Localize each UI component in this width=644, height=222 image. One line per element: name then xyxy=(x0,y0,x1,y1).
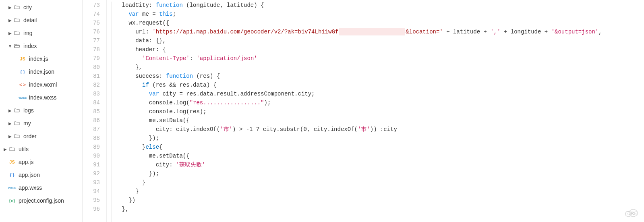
folder-img[interactable]: ▶ img xyxy=(0,27,82,39)
file-label: index.json xyxy=(29,68,54,75)
code-line[interactable]: }, xyxy=(108,63,644,72)
code-line[interactable]: 'Content-Type': 'application/json' xyxy=(108,54,644,63)
folder-detail[interactable]: ▶ detail xyxy=(0,14,82,27)
line-number: 81 xyxy=(83,72,100,81)
line-number: 75 xyxy=(83,19,100,27)
line-number: 74 xyxy=(83,10,100,19)
file-label: index.wxss xyxy=(29,94,56,101)
line-gutter: 7374757677787980818283848586878889909192… xyxy=(83,0,107,222)
line-number: 87 xyxy=(83,125,100,134)
file-index-js[interactable]: JS index.js xyxy=(0,52,82,65)
folder-label: logs xyxy=(23,107,34,114)
caret-right-icon: ▶ xyxy=(7,5,13,10)
code-line[interactable]: }); xyxy=(108,169,644,178)
code-line[interactable]: }); xyxy=(108,134,644,143)
code-line[interactable]: data: {}, xyxy=(108,36,644,45)
file-label: index.js xyxy=(29,56,48,62)
line-number: 88 xyxy=(83,134,100,143)
folder-label: my xyxy=(23,120,31,127)
line-number: 77 xyxy=(83,36,100,45)
folder-icon xyxy=(13,132,21,140)
code-line[interactable]: console.log(res); xyxy=(108,107,644,116)
file-app-json[interactable]: { } app.json xyxy=(0,168,82,181)
line-number: 86 xyxy=(83,116,100,125)
folder-my[interactable]: ▶ my xyxy=(0,117,82,130)
file-index-json[interactable]: { } index.json xyxy=(0,65,82,78)
code-line[interactable]: wx.request({ xyxy=(108,19,644,27)
code-line[interactable]: me.setData({ xyxy=(108,151,644,160)
file-index-wxss[interactable]: wxss index.wxss xyxy=(0,91,82,104)
folder-city[interactable]: ▶ city xyxy=(0,1,82,14)
line-number: 79 xyxy=(83,54,100,63)
folder-utils[interactable]: ▶ utils xyxy=(0,143,82,156)
code-line[interactable]: }else{ xyxy=(108,143,644,151)
caret-right-icon: ▶ xyxy=(7,31,13,35)
code-editor[interactable]: loadCity: function (longitude, latitude)… xyxy=(107,0,644,222)
file-project-config[interactable]: {o} project.config.json xyxy=(0,194,82,207)
code-line[interactable]: console.log("res................."); xyxy=(108,98,644,107)
js-icon: JS xyxy=(19,55,27,63)
file-label: app.js xyxy=(19,159,33,165)
json-icon: { } xyxy=(8,171,16,179)
folder-icon xyxy=(13,119,21,127)
folder-index[interactable]: ▼ index xyxy=(0,39,82,52)
file-label: app.wxss xyxy=(19,185,42,191)
code-line[interactable]: } xyxy=(108,178,644,187)
code-line[interactable]: header: { xyxy=(108,45,644,54)
line-number: 73 xyxy=(83,1,100,10)
code-line[interactable]: city: city.indexOf('市') > -1 ? city.subs… xyxy=(108,125,644,134)
line-number: 95 xyxy=(83,196,100,205)
line-number: 80 xyxy=(83,63,100,72)
line-number: 78 xyxy=(83,45,100,54)
wxml-icon: < > xyxy=(19,81,27,89)
line-number: 76 xyxy=(83,27,100,36)
line-number: 92 xyxy=(83,169,100,178)
redacted-text xyxy=(339,28,405,35)
caret-right-icon: ▶ xyxy=(7,18,13,23)
code-line[interactable]: me.setData({ xyxy=(108,116,644,125)
code-line[interactable]: success: function (res) { xyxy=(108,72,644,81)
code-line[interactable]: }) xyxy=(108,196,644,205)
file-app-js[interactable]: JS app.js xyxy=(0,156,82,168)
folder-order[interactable]: ▶ order xyxy=(0,130,82,143)
caret-right-icon: ▶ xyxy=(7,134,13,139)
folder-icon xyxy=(13,29,21,37)
code-line[interactable]: var me = this; xyxy=(108,10,644,19)
folder-label: order xyxy=(23,133,37,139)
file-index-wxml[interactable]: < > index.wxml xyxy=(0,78,82,91)
caret-right-icon: ▶ xyxy=(7,121,13,126)
folder-label: detail xyxy=(23,17,37,23)
code-line[interactable]: var city = res.data.result.addressCompon… xyxy=(108,89,644,98)
code-line[interactable]: city: '获取失败' xyxy=(108,160,644,169)
line-number: 89 xyxy=(83,143,100,151)
folder-label: utils xyxy=(19,146,29,152)
folder-icon xyxy=(13,3,21,11)
folder-icon xyxy=(13,16,21,24)
folder-label: index xyxy=(23,43,37,49)
code-line[interactable]: }, xyxy=(108,205,644,214)
folder-label: img xyxy=(23,30,33,36)
code-line[interactable]: loadCity: function (longitude, latitude)… xyxy=(108,1,644,10)
file-label: project.config.json xyxy=(19,197,64,204)
line-number: 90 xyxy=(83,151,100,160)
line-number: 94 xyxy=(83,187,100,196)
line-number: 82 xyxy=(83,81,100,89)
js-icon: JS xyxy=(8,158,16,166)
code-line[interactable]: if (res && res.data) { xyxy=(108,81,644,89)
line-number: 84 xyxy=(83,98,100,107)
wxss-icon: wxss xyxy=(19,93,27,102)
code-line[interactable]: } xyxy=(108,187,644,196)
file-app-wxss[interactable]: wxss app.wxss xyxy=(0,181,82,194)
folder-logs[interactable]: ▶ logs xyxy=(0,104,82,117)
folder-icon xyxy=(13,106,21,114)
file-tree[interactable]: ▶ city ▶ detail ▶ img ▼ index JS index.j… xyxy=(0,0,83,222)
line-number: 85 xyxy=(83,107,100,116)
wxss-icon: wxss xyxy=(8,184,16,192)
folder-icon xyxy=(8,145,16,153)
line-number: 96 xyxy=(83,205,100,214)
caret-right-icon: ▶ xyxy=(2,147,8,151)
code-line[interactable]: url: 'https://api.map.baidu.com/geocoder… xyxy=(108,27,644,36)
folder-label: city xyxy=(23,4,32,10)
file-label: index.wxml xyxy=(29,81,57,88)
folder-open-icon xyxy=(13,42,21,50)
